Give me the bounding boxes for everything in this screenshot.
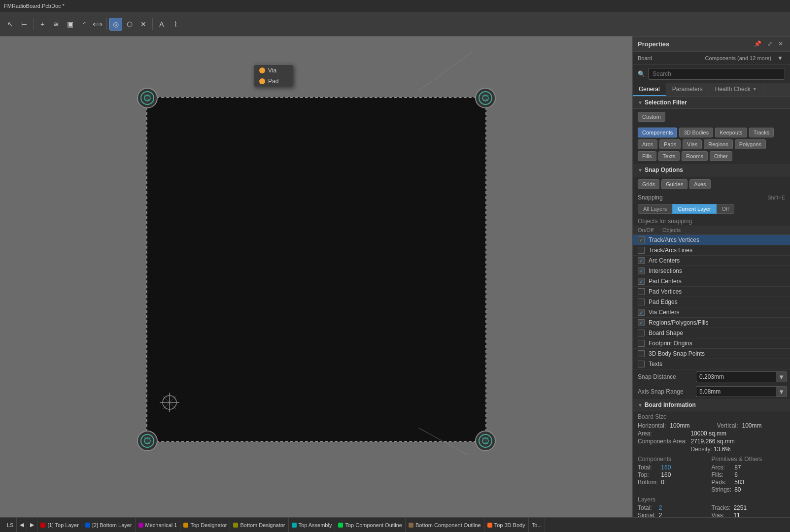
snap-intersections[interactable]: Intersections <box>633 266 790 276</box>
canvas-area[interactable]: Via Pad GND <box>0 36 632 517</box>
pad-option[interactable]: Pad <box>254 76 293 87</box>
add-track-tool[interactable]: + <box>36 18 49 31</box>
snap-board-shape[interactable]: Board Shape <box>633 328 790 338</box>
filter-texts[interactable]: Texts <box>658 151 680 161</box>
layer-top-des[interactable]: Top Designator <box>180 518 230 532</box>
filter-arcs[interactable]: Arcs <box>638 139 657 149</box>
snap-via-centers[interactable]: Via Centers <box>633 307 790 318</box>
layer-bottom[interactable]: [2] Bottom Layer <box>82 518 136 532</box>
cb-pad-centers[interactable] <box>638 278 645 285</box>
layer-bot-comp-outline[interactable]: Bottom Component Outline <box>406 518 484 532</box>
snap-3d-body[interactable]: 3D Body Snap Points <box>633 349 790 359</box>
via-pad-tool[interactable]: ◎ <box>109 18 122 31</box>
arc-tool[interactable]: ◜ <box>77 18 90 31</box>
panel-content[interactable]: ▼ Selection Filter Custom Components 3D … <box>633 97 790 517</box>
polygon-tool[interactable]: ⬡ <box>123 18 136 31</box>
tabs-row: General Parameters Health Check ▼ <box>633 83 790 97</box>
filter-other[interactable]: Other <box>710 151 732 161</box>
filter-btn[interactable]: ▼ <box>775 54 785 63</box>
axis-snap-input[interactable] <box>696 386 776 397</box>
tab-general[interactable]: General <box>633 83 666 96</box>
title-text: FMRadioBoard.PcbDoc * <box>4 3 65 9</box>
filter-rooms[interactable]: Rooms <box>682 151 708 161</box>
diff-pair-tool[interactable]: ≋ <box>50 18 63 31</box>
board-info-header[interactable]: ▼ Board Information <box>633 399 790 411</box>
nav-right[interactable]: ▶ <box>27 518 37 532</box>
cut-tool[interactable]: ✕ <box>137 18 150 31</box>
cb-intersections[interactable] <box>638 267 645 274</box>
axis-snap-arrow[interactable]: ▼ <box>776 386 787 397</box>
measure-tool[interactable]: ⌇ <box>169 18 182 31</box>
bottom-label: Bottom: <box>638 479 658 486</box>
total-value[interactable]: 160 <box>661 464 711 471</box>
interactive-router-tool[interactable]: ⟺ <box>91 18 104 31</box>
total-label: Total: <box>638 464 658 471</box>
more-layers[interactable]: To... <box>529 518 546 532</box>
snap-distance-input[interactable] <box>696 371 776 382</box>
text-tool[interactable]: A <box>155 18 168 31</box>
via-option[interactable]: Via <box>254 65 293 76</box>
filter-tracks[interactable]: Tracks <box>749 128 774 137</box>
cb-via-centers[interactable] <box>638 309 645 316</box>
layer-mech1[interactable]: Mechanical 1 <box>136 518 181 532</box>
layer-top-3d[interactable]: Top 3D Body <box>484 518 529 532</box>
pcb-board[interactable]: GND GND GND <box>146 97 486 442</box>
snap-options-header[interactable]: ▼ Snap Options <box>633 164 790 176</box>
panel-pin-btn[interactable]: 📌 <box>752 39 763 48</box>
cb-track-arcs-lines[interactable] <box>638 247 645 254</box>
cb-arc-centers[interactable] <box>638 257 645 264</box>
nav-left[interactable]: ◀ <box>17 518 27 532</box>
pcb-canvas[interactable]: GND GND GND <box>0 36 632 502</box>
custom-btn[interactable]: Custom <box>638 112 665 122</box>
cb-board-shape[interactable] <box>638 330 645 336</box>
layer-top-comp-outline[interactable]: Top Component Outline <box>335 518 406 532</box>
cb-pad-edges[interactable] <box>638 299 645 305</box>
snap-guides-btn[interactable]: Guides <box>661 179 687 189</box>
panel-max-btn[interactable]: ⤢ <box>765 39 774 48</box>
tab-parameters[interactable]: Parameters <box>666 83 709 96</box>
cb-3d-body[interactable] <box>638 350 645 357</box>
layers-total-value[interactable]: 2 <box>659 504 712 511</box>
cb-track-arcs-vertices[interactable] <box>638 236 645 243</box>
cb-footprint-origins[interactable] <box>638 340 645 347</box>
selection-filter-header[interactable]: ▼ Selection Filter <box>633 97 790 109</box>
snap-footprint-origins[interactable]: Footprint Origins <box>633 338 790 349</box>
current-layer-btn[interactable]: Current Layer <box>672 204 716 214</box>
filter-3d-bodies[interactable]: 3D Bodies <box>679 128 713 137</box>
tab-health-check[interactable]: Health Check ▼ <box>709 83 763 96</box>
filter-pads[interactable]: Pads <box>659 139 681 149</box>
snap-regions-polygons[interactable]: Regions/Polygons/Fills <box>633 318 790 328</box>
snap-arc-centers[interactable]: Arc Centers <box>633 256 790 266</box>
search-input[interactable] <box>648 68 785 80</box>
snap-grids-btn[interactable]: Grids <box>638 179 659 189</box>
snap-texts[interactable]: Texts <box>633 359 790 369</box>
snap-track-arcs-vertices[interactable]: Track/Arcs Vertices <box>633 235 790 245</box>
panel-close-btn[interactable]: ✕ <box>776 39 785 48</box>
select-tool[interactable]: ↖ <box>4 18 17 31</box>
layer-top-assembly[interactable]: Top Assembly <box>289 518 336 532</box>
snap-pad-vertices[interactable]: Pad Vertices <box>633 287 790 297</box>
filter-polygons[interactable]: Polygons <box>735 139 766 149</box>
filter-fills[interactable]: Fills <box>638 151 656 161</box>
snap-objects-list: Track/Arcs Vertices Track/Arcs Lines Arc… <box>633 235 790 369</box>
component-tool[interactable]: ▣ <box>64 18 76 31</box>
arcs-value: 87 <box>734 464 785 471</box>
cb-texts[interactable] <box>638 361 645 367</box>
snap-pad-edges[interactable]: Pad Edges <box>633 297 790 307</box>
layer-top[interactable]: [1] Top Layer <box>37 518 82 532</box>
snap-pad-centers[interactable]: Pad Centers <box>633 276 790 287</box>
layer-bot-des[interactable]: Bottom Designator <box>230 518 288 532</box>
snap-track-arcs-lines[interactable]: Track/Arcs Lines <box>633 245 790 256</box>
cb-regions-polygons[interactable] <box>638 319 645 326</box>
filter-components[interactable]: Components <box>638 128 677 137</box>
all-layers-btn[interactable]: All Layers <box>638 204 672 214</box>
cb-pad-vertices[interactable] <box>638 288 645 295</box>
snap-axes-btn[interactable]: Axes <box>689 179 710 189</box>
route-tool[interactable]: ⊢ <box>18 18 31 31</box>
filter-regions[interactable]: Regions <box>704 139 732 149</box>
tracks-vias-col: - Tracks: 2251 Vias: 11 <box>712 496 786 517</box>
filter-vias[interactable]: Vias <box>683 139 702 149</box>
snap-distance-arrow[interactable]: ▼ <box>776 371 787 382</box>
filter-keepouts[interactable]: Keepouts <box>715 128 747 137</box>
off-btn[interactable]: Off <box>717 204 734 214</box>
